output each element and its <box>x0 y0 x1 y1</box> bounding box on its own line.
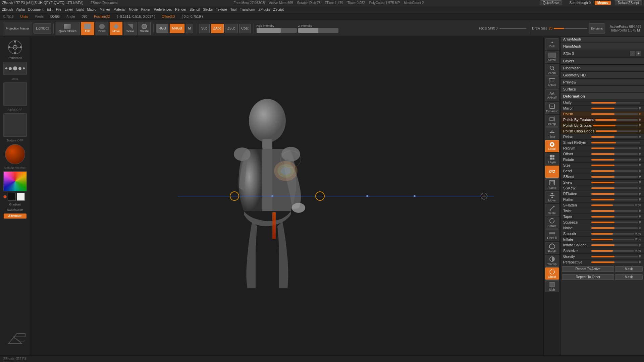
deform-rotate[interactable]: Rotate R <box>560 157 644 163</box>
texture-preview[interactable] <box>3 113 27 137</box>
menu-stencil[interactable]: Stencil <box>190 8 200 11</box>
deform-sflatten[interactable]: SFlatten R yz <box>560 202 644 208</box>
deform-smooth[interactable]: Smooth R yz <box>560 231 644 237</box>
menu-edit[interactable]: Edit <box>47 8 52 11</box>
deform-sskew[interactable]: SSKew R <box>560 185 644 191</box>
menu-render[interactable]: Render <box>175 8 186 11</box>
deformation-header[interactable]: Deformation <box>560 93 644 100</box>
menu-texture[interactable]: Texture <box>216 8 227 11</box>
fibermesh-header[interactable]: FiberMesh <box>560 65 644 72</box>
menus-btn[interactable]: Menus <box>595 1 611 5</box>
icon-laym[interactable]: LAym <box>545 153 559 165</box>
rotate-btn[interactable]: Rotate <box>138 22 151 35</box>
icon-dynamic[interactable]: Dynamic <box>545 102 559 114</box>
deform-twist[interactable]: Twist R <box>560 208 644 214</box>
icon-ghost[interactable]: Ghost <box>545 267 559 280</box>
icon-slab[interactable]: Slab <box>545 280 559 292</box>
menu-zplugin[interactable]: ZPlugin <box>258 8 270 11</box>
rgb-btn[interactable]: RGB <box>156 24 168 33</box>
deform-offset[interactable]: Offset R <box>560 151 644 157</box>
deform-gravity[interactable]: Gravity R <box>560 254 644 259</box>
menu-marker[interactable]: Marker <box>100 8 110 11</box>
deform-taper[interactable]: Taper R <box>560 214 644 220</box>
icon-persp[interactable]: Persp <box>545 115 559 127</box>
mask-btn-2[interactable]: Mask <box>615 274 643 280</box>
canvas-area[interactable] <box>30 37 557 355</box>
icon-transp[interactable]: Transp <box>545 255 559 267</box>
icon-rotate[interactable]: Rotate <box>545 217 559 229</box>
mask-btn[interactable]: Mask <box>615 266 643 272</box>
deform-polish-crisp[interactable]: Polish Crisp Edges R <box>560 128 644 134</box>
deform-inflate[interactable]: Inflate R yz <box>560 237 644 242</box>
icon-local[interactable]: Local <box>545 140 559 152</box>
sdiv-row[interactable]: SDiv 3 - + <box>560 50 644 58</box>
switch-color-btn[interactable]: SwitchColor <box>7 208 23 212</box>
menu-document[interactable]: Document <box>28 8 44 11</box>
dynamic-btn[interactable]: Dynamic <box>589 23 605 34</box>
deform-inflate-balloon[interactable]: Inflate Balloon R <box>560 242 644 248</box>
z-intensity-area[interactable]: Z Intensity <box>298 24 338 33</box>
icon-linefill[interactable]: LineFill <box>545 229 559 241</box>
sdiv-plus[interactable]: + <box>636 51 641 56</box>
icon-move[interactable]: Move <box>545 191 559 203</box>
deform-bend[interactable]: Bend R <box>560 168 644 174</box>
projection-master-btn[interactable]: Projection Master <box>3 22 32 35</box>
foreground-color[interactable] <box>8 193 16 201</box>
surface-header[interactable]: Surface <box>560 86 644 93</box>
zsub-btn[interactable]: ZSub <box>225 24 238 33</box>
zadd-btn[interactable]: ZAdd <box>211 24 224 33</box>
icon-xyz[interactable]: XYZ <box>545 166 559 178</box>
menu-material[interactable]: Material <box>113 8 125 11</box>
scale-btn[interactable]: Scale <box>124 22 137 35</box>
deform-perspective[interactable]: Perspective R <box>560 259 644 265</box>
coat-btn[interactable]: Coat <box>239 24 251 33</box>
deform-unify[interactable]: Unify <box>560 100 644 106</box>
deform-rflatten[interactable]: RFlatten R <box>560 191 644 197</box>
draw-btn[interactable]: Draw <box>96 22 108 35</box>
icon-aahalf[interactable]: AA AAHalf <box>545 89 559 101</box>
sdiv-minus[interactable]: - <box>630 51 635 56</box>
menu-layer[interactable]: Layer <box>65 8 73 11</box>
deform-size[interactable]: Size R <box>560 163 644 168</box>
menu-preferences[interactable]: Preferences <box>154 8 172 11</box>
material-preview[interactable] <box>5 144 25 164</box>
nanomesh-header[interactable]: NanoMesh <box>560 43 644 50</box>
icon-actual[interactable]: 1:1 Actual <box>545 76 559 88</box>
menu-light[interactable]: Light <box>76 8 84 11</box>
menu-tool[interactable]: Tool <box>230 8 236 11</box>
edit-btn[interactable]: Edit <box>81 22 94 35</box>
draw-size-area[interactable]: Draw Size 20 <box>532 26 587 30</box>
quick-save-btn[interactable]: QuickSave <box>540 0 562 5</box>
deform-sbend[interactable]: SBend R <box>560 174 644 180</box>
menu-picker[interactable]: Picker <box>141 8 151 11</box>
deform-flatten[interactable]: Flatten R <box>560 197 644 202</box>
menu-zbrush[interactable]: ZBrush <box>2 8 13 11</box>
deform-mirror[interactable]: Mirror R <box>560 106 644 111</box>
menu-movie[interactable]: Movie <box>129 8 138 11</box>
deform-resym[interactable]: ReSym R <box>560 145 644 151</box>
deform-relax[interactable]: Relax R <box>560 134 644 140</box>
background-color[interactable] <box>17 193 25 201</box>
layers-header[interactable]: Layers <box>560 58 644 65</box>
deform-polish-groups[interactable]: Polish By Groups R <box>560 123 644 128</box>
deform-spherize[interactable]: Spherize R yz <box>560 248 644 254</box>
deform-noise[interactable]: Noise R <box>560 225 644 231</box>
preview-header[interactable]: Preview <box>560 79 644 86</box>
geometry-hd-header[interactable]: Geometry HD <box>560 72 644 79</box>
icon-scroll[interactable]: Scroll <box>545 51 559 63</box>
transcode-btn[interactable]: Transcode <box>7 39 23 60</box>
lightbox-btn[interactable]: LightBox <box>34 23 51 34</box>
m-btn[interactable]: M <box>186 24 193 33</box>
deform-polish-features[interactable]: Polish By Features R <box>560 117 644 123</box>
menu-transform[interactable]: Transform <box>240 8 255 11</box>
rgb-intensity-area[interactable]: Rgb Intensity <box>257 24 297 33</box>
mrgb-btn[interactable]: MRGB <box>170 24 184 33</box>
move-btn[interactable]: Move <box>110 22 122 35</box>
brush-dots-area[interactable] <box>3 62 27 75</box>
icon-zoom[interactable]: Zoom <box>545 64 559 76</box>
alternate-btn[interactable]: Alternate <box>4 214 26 219</box>
repeat-to-active-btn[interactable]: Repeat To Active <box>562 266 614 272</box>
icon-frame[interactable]: Frame <box>545 178 559 190</box>
menu-stroke[interactable]: Stroke <box>203 8 213 11</box>
focal-shift-area[interactable]: Focal Shift 0 <box>479 26 527 30</box>
